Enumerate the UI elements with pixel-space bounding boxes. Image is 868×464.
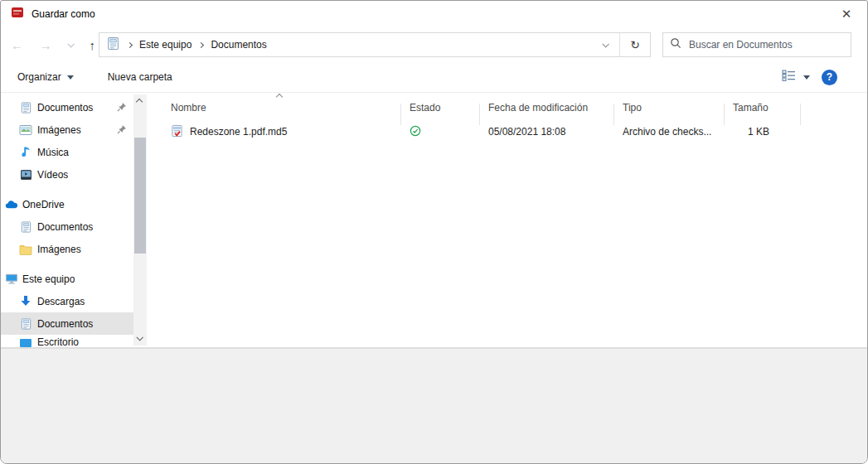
breadcrumb-this-pc[interactable]: Este equipo [139,39,192,51]
close-button[interactable]: ✕ [834,4,859,24]
sidebar-item-label: Imágenes [37,244,81,255]
organize-label: Organizar [17,71,61,83]
sidebar-item-label: OneDrive [22,199,65,210]
sidebar-item-label: Descargas [37,296,85,307]
sidebar-item-label: Documentos [37,221,93,233]
column-header-modified[interactable]: Fecha de modificación [480,102,614,114]
onedrive-cloud-icon [5,198,18,211]
scrollbar-thumb[interactable] [134,138,146,254]
pin-icon [117,124,127,137]
breadcrumb-separator-icon [198,41,204,47]
address-bar[interactable]: Este equipo Documentos ↻ [99,32,651,57]
folder-icon [19,243,32,256]
change-view-button[interactable] [782,69,810,85]
view-caret-icon [803,75,810,80]
refresh-button[interactable]: ↻ [620,33,650,56]
column-header-size[interactable]: Tamaño [725,102,801,114]
breadcrumb-separator-icon [127,41,133,47]
synced-check-icon [410,125,421,139]
address-dropdown-button[interactable] [591,33,619,56]
sidebar-item-label: Documentos [37,102,93,114]
save-as-dialog: Guardar como ✕ ← → ↑ Este equipo Documen… [0,0,868,464]
nav-arrows: ← → ↑ [1,39,99,51]
file-type-cell: Archivo de checks... [614,126,725,138]
file-name-cell: Redeszone 1.pdf.md5 [162,124,401,140]
file-row[interactable]: Redeszone 1.pdf.md5 05/08/2021 18:08 Arc… [162,119,867,144]
sidebar-item-label: Escritorio [37,336,79,348]
md5-file-icon [171,124,183,140]
document-icon [19,317,32,331]
file-modified-cell: 05/08/2021 18:08 [480,126,614,138]
sort-ascending-icon [276,94,283,100]
file-list: Nombre Estado Fecha de modificación Tipo… [162,93,867,347]
scroll-down-icon[interactable] [136,334,143,341]
back-icon[interactable]: ← [11,39,23,51]
search-icon [670,37,681,52]
save-form-panel: Nombre: Tipo: MD5 (*.md5) CRC-32 (*.sfv)… [1,348,867,463]
organize-caret-icon [67,75,74,80]
music-icon [19,146,32,159]
sidebar-item-label: Este equipo [22,273,75,285]
picture-icon [19,123,32,137]
dialog-body: Documentos Imágenes Música Vídeos OneDri… [1,93,867,348]
up-icon[interactable]: ↑ [90,39,96,51]
column-header-status[interactable]: Estado [401,102,480,114]
document-icon [19,101,32,114]
title-bar: Guardar como ✕ [1,1,867,27]
forward-icon[interactable]: → [40,39,52,51]
video-icon [19,168,32,181]
pin-icon [117,102,127,114]
pdf-app-icon [11,6,24,22]
desktop-icon [19,336,32,349]
new-folder-label: Nueva carpeta [108,71,172,83]
sidebar-item-label: Imágenes [37,124,81,136]
location-document-icon [106,36,120,53]
breadcrumb: Este equipo Documentos [99,36,591,53]
sidebar-item-label: Vídeos [37,169,68,181]
file-status-cell [401,125,480,139]
search-input[interactable] [689,39,844,51]
command-toolbar: Organizar Nueva carpeta ? [1,62,867,93]
sidebar-scrollbar[interactable] [133,94,147,346]
scroll-up-icon[interactable] [136,99,143,105]
breadcrumb-documents[interactable]: Documentos [211,39,266,51]
document-icon [19,220,32,234]
list-view-icon [782,69,797,85]
help-button[interactable]: ? [822,70,837,85]
sidebar-item-documents-thispc[interactable]: Documentos [1,312,133,335]
download-arrow-icon [19,295,32,308]
navigation-bar: ← → ↑ Este equipo Documentos ↻ [1,27,867,62]
file-size-cell: 1 KB [725,126,801,138]
new-folder-button[interactable]: Nueva carpeta [108,71,172,83]
toolbar-right: ? [782,69,856,85]
computer-icon [5,273,18,286]
sidebar-item-label: Música [37,147,69,158]
file-name: Redeszone 1.pdf.md5 [190,126,287,138]
column-header-type[interactable]: Tipo [614,102,725,114]
organize-button[interactable]: Organizar [17,71,74,83]
search-box[interactable] [662,32,851,57]
file-list-header: Nombre Estado Fecha de modificación Tipo… [162,93,867,117]
window-title: Guardar como [32,8,95,20]
sidebar-item-label: Documentos [37,318,93,330]
history-chevron-icon[interactable] [67,41,74,47]
navigation-sidebar: Documentos Imágenes Música Vídeos OneDri… [1,93,162,347]
column-header-name[interactable]: Nombre [162,102,401,114]
